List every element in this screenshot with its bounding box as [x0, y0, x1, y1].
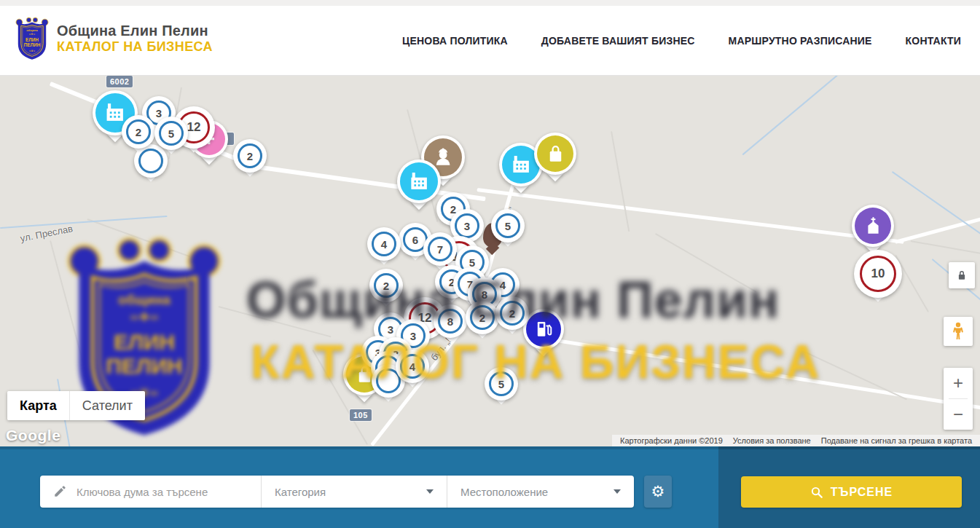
- road-line: [50, 240, 85, 367]
- nav-contacts[interactable]: КОНТАКТИ: [906, 35, 961, 47]
- svg-text:община: община: [26, 28, 38, 32]
- church-icon: [855, 208, 891, 244]
- road-line: [0, 216, 168, 229]
- cluster-count: 5: [495, 213, 520, 238]
- category-select[interactable]: Категория: [261, 476, 447, 508]
- search-button-label: ТЪРСЕНЕ: [831, 486, 893, 499]
- map-cluster-marker[interactable]: 2: [466, 301, 499, 340]
- svg-text:община: община: [118, 292, 170, 307]
- keyword-field[interactable]: [40, 476, 261, 508]
- street-view-pegman-button[interactable]: [944, 317, 973, 346]
- map-cluster-marker[interactable]: 2: [495, 296, 529, 336]
- cluster-count: 4: [400, 354, 425, 379]
- lock-button[interactable]: [949, 262, 975, 288]
- chevron-down-icon: [426, 489, 434, 494]
- attribution-terms-link[interactable]: Условия за ползване: [728, 436, 816, 445]
- map-cluster-marker[interactable]: 2: [233, 139, 267, 178]
- zoom-control: + −: [944, 368, 973, 430]
- road-line: [911, 240, 980, 254]
- search-field-group: Категория Местоположение: [40, 476, 634, 508]
- map-pin-marker[interactable]: [523, 309, 564, 366]
- cluster-count: 3: [455, 213, 479, 238]
- page: община ∞❖∞ ЕЛИН ПЕЛИН ∞❦∞ Община Елин Пе…: [0, 0, 980, 528]
- advanced-settings-button[interactable]: ⚙: [644, 476, 672, 508]
- search-icon: [810, 486, 823, 499]
- map-attribution: Картографски данни ©2019 Условия за полз…: [612, 435, 980, 446]
- svg-text:∞❖∞: ∞❖∞: [29, 33, 36, 36]
- map-cluster-marker[interactable]: 5: [485, 367, 518, 406]
- cluster-count: 10: [860, 256, 896, 292]
- cluster-count: 2: [470, 305, 495, 330]
- site-subtitle: КАТАЛОГ НА БИЗНЕСА: [57, 39, 213, 55]
- road-line: [655, 233, 757, 293]
- road-line: [892, 171, 980, 235]
- road-line: [87, 218, 190, 257]
- municipality-crest-icon: община ∞❖∞ ЕЛИН ПЕЛИН ∞❦∞: [15, 16, 50, 61]
- attribution-report-error-link[interactable]: Подаване на сигнал за грешка в картата: [816, 436, 977, 445]
- map-cluster-marker[interactable]: 2: [369, 269, 403, 308]
- location-select-label: Местоположение: [460, 486, 548, 498]
- svg-text:ЕЛИН: ЕЛИН: [114, 330, 175, 354]
- road-line: [542, 336, 980, 409]
- map-cluster-marker[interactable]: 8: [434, 304, 467, 344]
- map-type-map-button[interactable]: Карта: [7, 391, 69, 420]
- road-line: [801, 350, 907, 400]
- road-line: [218, 306, 331, 337]
- cluster-count: 2: [238, 143, 262, 168]
- location-select[interactable]: Местоположение: [447, 476, 634, 508]
- search-button[interactable]: ТЪРСЕНЕ: [741, 476, 962, 508]
- cluster-count: 2: [126, 119, 151, 144]
- site-title: Община Елин Пелин: [57, 23, 213, 39]
- map-cluster-marker[interactable]: 5: [154, 117, 188, 156]
- factory-icon: [400, 162, 438, 200]
- svg-text:ЕЛИН: ЕЛИН: [26, 37, 39, 42]
- pegman-icon: [950, 322, 966, 341]
- header: община ∞❖∞ ЕЛИН ПЕЛИН ∞❦∞ Община Елин Пе…: [0, 6, 980, 76]
- category-select-label: Категория: [275, 486, 326, 498]
- lock-icon: [955, 269, 968, 282]
- svg-text:∞❦∞: ∞❦∞: [29, 50, 36, 52]
- zoom-in-button[interactable]: +: [944, 368, 973, 398]
- top-strip: [0, 0, 980, 6]
- map-pin-marker[interactable]: [534, 133, 576, 191]
- map-cluster-marker[interactable]: 4: [367, 227, 401, 267]
- search-bar: Категория Местоположение ⚙ ТЪРСЕНЕ: [0, 446, 980, 528]
- svg-text:ПЕЛИН: ПЕЛИН: [24, 42, 41, 47]
- keyword-search-input[interactable]: [75, 485, 261, 499]
- nav-add-business[interactable]: ДОБАВЕТЕ ВАШИЯТ БИЗНЕС: [541, 35, 695, 47]
- nav-route-schedule[interactable]: МАРШРУТНО РАЗПИСАНИЕ: [729, 35, 872, 47]
- fuel-icon: [526, 312, 561, 347]
- google-logo: Google: [6, 427, 60, 444]
- chevron-down-icon: [614, 489, 621, 494]
- cluster-count: 5: [159, 121, 184, 146]
- map-pin-marker[interactable]: [397, 159, 441, 219]
- main-nav: ЦЕНОВА ПОЛИТИКА ДОБАВЕТЕ ВАШИЯТ БИЗНЕС М…: [402, 6, 961, 76]
- bag-icon: [537, 135, 573, 172]
- map-type-control: Карта Сателит: [7, 391, 145, 420]
- map-cluster-marker[interactable]: 5: [491, 209, 525, 248]
- cluster-count: 5: [489, 371, 514, 396]
- road-line: [895, 216, 980, 243]
- cluster-count: 7: [428, 237, 452, 261]
- attribution-copyright: Картографски данни ©2019: [615, 436, 728, 445]
- search-bar-left: Категория Местоположение ⚙: [0, 446, 718, 528]
- map-cluster-marker[interactable]: 2: [122, 115, 155, 154]
- site-logo[interactable]: община ∞❖∞ ЕЛИН ПЕЛИН ∞❦∞ Община Елин Пе…: [15, 16, 213, 61]
- gear-icon: ⚙: [651, 483, 665, 500]
- map-cluster-marker[interactable]: 4: [396, 350, 429, 389]
- pencil-icon: [53, 485, 66, 498]
- search-bar-right: ТЪРСЕНЕ: [718, 446, 980, 528]
- road-line: [611, 131, 630, 232]
- svg-text:ПЕЛИН: ПЕЛИН: [106, 354, 182, 378]
- map-canvas[interactable]: Община Елин Пелин КАТАЛОГ НА БИЗНЕСА общ…: [0, 76, 980, 446]
- nav-pricing[interactable]: ЦЕНОВА ПОЛИТИКА: [402, 35, 508, 47]
- zoom-out-button[interactable]: −: [944, 399, 973, 430]
- map-cluster-marker[interactable]: 10: [854, 250, 902, 304]
- map-type-satellite-button[interactable]: Сателит: [69, 391, 145, 420]
- cluster-count: 2: [374, 273, 399, 298]
- cluster-count: 4: [372, 232, 396, 256]
- road-line: [742, 76, 838, 155]
- cluster-count: 2: [500, 301, 525, 326]
- road-shield-label: 6002: [106, 76, 133, 87]
- svg-text:∞❖∞: ∞❖∞: [130, 310, 159, 324]
